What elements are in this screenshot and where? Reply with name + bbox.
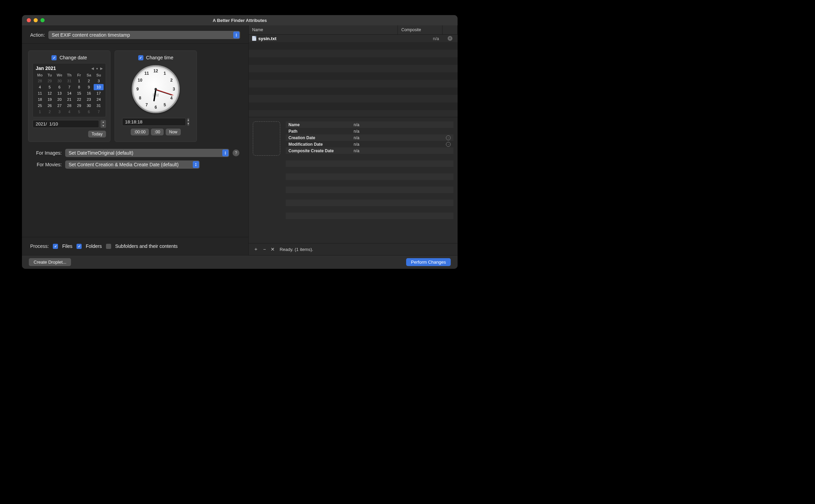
table-row[interactable]	[249, 95, 458, 103]
help-icon[interactable]: ?	[233, 149, 239, 156]
now-button[interactable]: Now	[166, 129, 181, 135]
calendar-day[interactable]: 24	[94, 96, 104, 103]
calendar-day[interactable]: 21	[64, 96, 74, 103]
calendar-day[interactable]: 29	[45, 78, 55, 84]
apply-date-icon[interactable]: →	[446, 142, 451, 147]
minimize-icon[interactable]	[34, 18, 38, 22]
create-droplet-button[interactable]: Create Droplet...	[29, 258, 71, 266]
process-subfolders-checkbox[interactable]	[106, 244, 111, 249]
table-row[interactable]	[249, 65, 458, 72]
th-actions	[442, 25, 458, 34]
calendar-day[interactable]: 6	[55, 84, 64, 90]
zoom-icon[interactable]	[40, 18, 45, 22]
add-icon[interactable]: ＋	[253, 246, 258, 252]
table-row[interactable]	[249, 80, 458, 87]
calendar-day[interactable]: 15	[74, 90, 84, 96]
detail-row	[286, 193, 453, 200]
clock-icon[interactable]: PM 121234567891011	[132, 65, 180, 113]
for-movies-select[interactable]: Set Content Creation & Media Create Date…	[65, 160, 200, 169]
calendar-day[interactable]: 1	[35, 109, 45, 115]
table-row[interactable]	[249, 110, 458, 117]
calendar-day[interactable]: 7	[94, 109, 104, 115]
calendar-day[interactable]: 4	[64, 109, 74, 115]
calendar-day[interactable]: 29	[74, 103, 84, 109]
calendar-day[interactable]: 19	[45, 96, 55, 103]
calendar-day[interactable]: 14	[64, 90, 74, 96]
calendar-day[interactable]: 6	[84, 109, 94, 115]
preview-dropzone[interactable]	[253, 121, 280, 156]
clock-number: 1	[164, 71, 166, 76]
time-input[interactable]	[122, 118, 186, 126]
calendar-day[interactable]: 5	[45, 84, 55, 90]
calendar-day[interactable]: 31	[94, 103, 104, 109]
calendar: Jan 2021 ◀ ● ▶ MoTuWeThFrSaSu28293031123…	[33, 63, 106, 117]
calendar-day[interactable]: 5	[74, 109, 84, 115]
th-name[interactable]: Name	[249, 25, 398, 34]
calendar-day[interactable]: 2	[45, 109, 55, 115]
table-row[interactable]	[249, 72, 458, 80]
calendar-day[interactable]: 16	[84, 90, 94, 96]
calendar-day[interactable]: 4	[35, 84, 45, 90]
calendar-day[interactable]: 13	[55, 90, 64, 96]
calendar-day[interactable]: 22	[74, 96, 84, 103]
calendar-day[interactable]: 1	[74, 78, 84, 84]
table-row[interactable]	[249, 42, 458, 50]
remove-file-icon[interactable]: ✕	[448, 36, 452, 41]
date-stepper[interactable]: ▲▼	[101, 120, 106, 128]
table-row[interactable]	[249, 50, 458, 57]
calendar-day[interactable]: 3	[55, 109, 64, 115]
calendar-day[interactable]: 28	[35, 78, 45, 84]
calendar-day[interactable]: 17	[94, 90, 104, 96]
calendar-day[interactable]: 31	[64, 78, 74, 84]
process-files-checkbox[interactable]: ✓	[53, 244, 58, 249]
calendar-day[interactable]: 30	[84, 103, 94, 109]
remove-icon[interactable]: −	[263, 247, 266, 252]
calendar-day[interactable]: 2	[84, 78, 94, 84]
detail-row	[286, 173, 453, 180]
action-select[interactable]: Set EXIF content creation timestamp ▲▼	[48, 31, 240, 39]
date-input[interactable]	[33, 120, 99, 128]
reset-seconds-minutes-button[interactable]: :00:00	[131, 129, 149, 135]
calendar-prev-icon[interactable]: ◀	[91, 67, 94, 70]
detail-row	[286, 206, 453, 213]
change-time-checkbox[interactable]: ✓	[138, 55, 143, 60]
calendar-day[interactable]: 11	[35, 90, 45, 96]
files-table-body: sysin.txtn/a✕	[249, 35, 458, 117]
change-date-checkbox[interactable]: ✓	[51, 55, 57, 60]
close-icon[interactable]	[27, 18, 31, 22]
table-row[interactable]	[249, 103, 458, 110]
calendar-day[interactable]: 23	[84, 96, 94, 103]
today-button[interactable]: Today	[88, 131, 106, 137]
perform-changes-button[interactable]: Perform Changes	[406, 258, 451, 266]
calendar-day[interactable]: 30	[55, 78, 64, 84]
calendar-day[interactable]: 28	[64, 103, 74, 109]
calendar-day[interactable]: 3	[94, 78, 104, 84]
calendar-day[interactable]: 20	[55, 96, 64, 103]
calendar-next-icon[interactable]: ▶	[100, 67, 103, 70]
th-composite[interactable]: Composite	[398, 25, 442, 34]
calendar-day[interactable]: 10	[94, 84, 104, 90]
time-stepper[interactable]: ▲▼	[187, 118, 190, 126]
apply-date-icon[interactable]: →	[446, 135, 451, 140]
calendar-day[interactable]: 8	[74, 84, 84, 90]
detail-row	[286, 154, 453, 160]
calendar-weekday: Sa	[84, 72, 94, 78]
calendar-day[interactable]: 18	[35, 96, 45, 103]
calendar-day[interactable]: 26	[45, 103, 55, 109]
calendar-today-dot-icon[interactable]: ●	[96, 67, 98, 70]
calendar-day[interactable]: 7	[64, 84, 74, 90]
reset-seconds-button[interactable]: :00	[151, 129, 164, 135]
calendar-day[interactable]: 12	[45, 90, 55, 96]
clear-icon[interactable]: ✕	[271, 247, 275, 252]
calendar-day[interactable]: 25	[35, 103, 45, 109]
for-images-select[interactable]: Set DateTimeOriginal (default) ▲▼	[65, 149, 229, 157]
table-row[interactable]	[249, 87, 458, 95]
table-row[interactable]	[249, 57, 458, 65]
titlebar: A Better Finder Attributes	[22, 15, 458, 25]
process-folders-checkbox[interactable]: ✓	[76, 244, 82, 249]
clock-number: 5	[164, 103, 166, 107]
process-folders-label: Folders	[86, 243, 102, 249]
calendar-day[interactable]: 27	[55, 103, 64, 109]
table-row[interactable]: sysin.txtn/a✕	[249, 35, 458, 42]
calendar-day[interactable]: 9	[84, 84, 94, 90]
